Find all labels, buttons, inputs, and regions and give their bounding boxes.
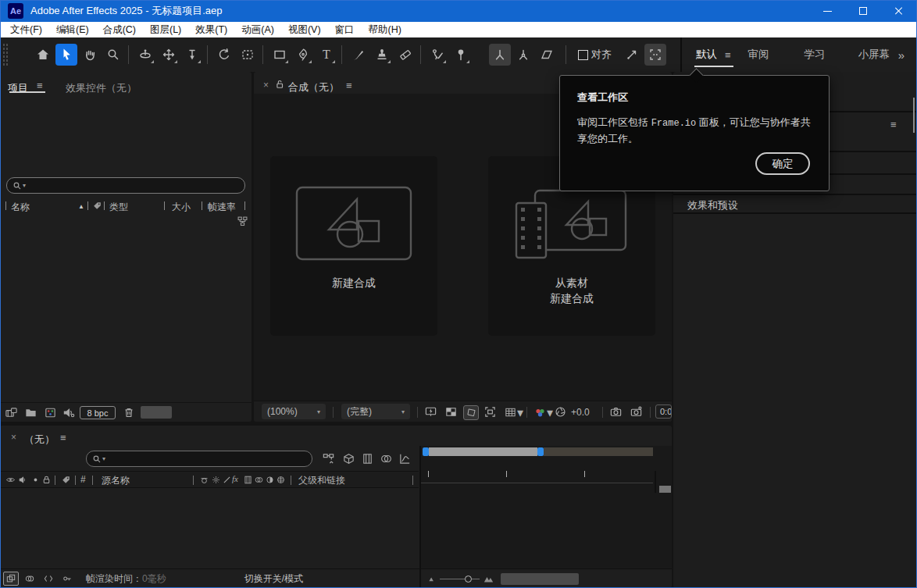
comp-tab-label[interactable]: 合成（无）	[288, 80, 339, 94]
column-header-name[interactable]: 名称	[11, 201, 30, 214]
column-header-parent-link[interactable]: 父级和链接	[298, 474, 345, 487]
sort-ascending-icon[interactable]: ▲	[78, 203, 84, 210]
project-flowchart-icon[interactable]	[237, 216, 248, 227]
magnification-dropdown[interactable]: (100%)▾	[262, 404, 326, 419]
snap-checkbox[interactable]	[578, 50, 588, 60]
timeline-panel-menu-icon[interactable]: ≡	[60, 432, 66, 444]
clone-stamp-tool[interactable]	[371, 44, 393, 66]
timeline-tab-label[interactable]: （无）	[24, 433, 55, 447]
mini-flowchart-icon[interactable]	[322, 452, 335, 465]
tag-icon[interactable]	[92, 201, 102, 211]
right-panel-scrollbar[interactable]	[913, 98, 915, 133]
interpret-footage-icon[interactable]	[5, 406, 18, 419]
exposure-icon[interactable]	[554, 405, 567, 419]
mask-visibility-icon[interactable]	[463, 405, 479, 420]
comp-tab-close-icon[interactable]: ×	[263, 80, 269, 91]
comp-panel-menu-icon[interactable]: ≡	[346, 80, 352, 91]
frame-blend-icon[interactable]	[361, 452, 374, 465]
view-axis-mode[interactable]	[536, 44, 558, 66]
timeline-track-area[interactable]	[421, 493, 672, 568]
workspace-overflow-button[interactable]: »	[898, 48, 903, 62]
hand-tool[interactable]	[79, 44, 101, 66]
motion-blur-icon[interactable]	[254, 475, 264, 485]
work-area-inactive-track[interactable]	[544, 447, 653, 456]
search-options-caret-icon[interactable]: ▾	[102, 455, 105, 462]
lock-icon[interactable]	[274, 79, 285, 90]
eye-icon[interactable]	[5, 475, 16, 485]
quality-icon[interactable]	[222, 475, 232, 485]
world-axis-mode[interactable]	[512, 44, 534, 66]
tooltip-ok-button[interactable]: 确定	[755, 152, 810, 175]
new-composition-icon[interactable]	[44, 406, 57, 419]
channel-rgb-icon[interactable]: ▾	[533, 405, 553, 420]
project-scrollbar-thumb[interactable]	[141, 406, 172, 419]
rotate-tool[interactable]	[213, 44, 235, 66]
dolly-camera-tool[interactable]	[181, 44, 203, 66]
layer-switches-pane-toggle[interactable]	[3, 572, 19, 586]
bit-depth-button[interactable]: 8 bpc	[80, 406, 116, 419]
zoom-tool[interactable]	[102, 44, 124, 66]
menu-item-0[interactable]: 文件(F)	[3, 22, 49, 37]
speaker-icon[interactable]	[18, 475, 28, 485]
toolbar-grip[interactable]	[2, 43, 9, 66]
workspace-tab-default[interactable]: 默认 ≡	[696, 37, 731, 72]
new-folder-icon[interactable]	[24, 406, 37, 419]
region-of-interest-icon[interactable]	[483, 405, 497, 419]
shared-view-button[interactable]	[621, 44, 643, 66]
workspace-tab-review[interactable]: 审阅	[748, 37, 769, 72]
fast-preview-icon[interactable]	[424, 405, 437, 419]
solo-icon[interactable]	[30, 475, 41, 485]
toggle-switches-modes-button[interactable]: 切换开关/模式	[244, 572, 303, 586]
column-header-index[interactable]: #	[80, 474, 86, 485]
menu-item-5[interactable]: 动画(A)	[234, 22, 281, 37]
roto-brush-tool[interactable]	[426, 44, 448, 66]
trash-icon[interactable]	[123, 406, 135, 419]
timeline-tab-close-icon[interactable]: ×	[11, 432, 16, 443]
timeline-h-scrollbar-thumb[interactable]	[501, 573, 579, 585]
rectangle-tool[interactable]	[269, 44, 291, 66]
menu-item-7[interactable]: 窗口	[328, 22, 362, 37]
collapse-icon[interactable]	[211, 475, 221, 485]
render-time-pane-toggle[interactable]	[59, 572, 75, 586]
column-header-size[interactable]: 大小	[172, 201, 191, 214]
close-button[interactable]	[881, 0, 917, 22]
grid-guides-icon[interactable]: ▾	[504, 405, 523, 420]
brush-tool[interactable]	[348, 44, 369, 66]
home-button[interactable]	[32, 44, 54, 66]
tab-project[interactable]: 项目	[8, 80, 28, 95]
3d-layer-icon[interactable]	[276, 475, 286, 485]
work-area-end-handle[interactable]	[537, 447, 544, 456]
project-search-box[interactable]: ▾	[6, 177, 245, 194]
graph-editor-icon[interactable]	[398, 452, 412, 465]
resolution-dropdown[interactable]: (完整)▾	[341, 404, 410, 419]
tab-effect-controls[interactable]: 效果控件（无）	[66, 80, 137, 95]
project-search-input[interactable]	[34, 179, 237, 192]
tag-icon[interactable]	[61, 475, 71, 485]
menu-item-2[interactable]: 合成(C)	[96, 22, 143, 37]
right-panel-menu-icon[interactable]: ≡	[890, 119, 897, 130]
project-panel-menu-icon[interactable]: ≡	[37, 80, 43, 91]
timecode-display[interactable]: 0:0	[655, 404, 672, 419]
zoom-slider-track[interactable]	[440, 579, 465, 579]
lock-icon[interactable]	[41, 475, 52, 485]
snapshot-camera-icon[interactable]	[609, 405, 623, 419]
audio-power-icon[interactable]	[62, 406, 76, 419]
pan-camera-tool[interactable]	[158, 44, 180, 66]
motion-blur-icon[interactable]	[380, 452, 393, 465]
composition-profiler-button[interactable]	[644, 44, 666, 66]
pen-tool[interactable]	[292, 44, 314, 66]
work-area-active-track[interactable]	[429, 447, 537, 456]
menu-item-6[interactable]: 视图(V)	[281, 22, 328, 37]
timeline-search-input[interactable]	[113, 452, 305, 465]
search-options-caret-icon[interactable]: ▾	[23, 182, 26, 189]
text-tool[interactable]: T	[316, 44, 337, 66]
in-out-duration-pane-toggle[interactable]	[41, 572, 56, 586]
frame-blend-icon[interactable]	[243, 475, 253, 485]
draft-3d-icon[interactable]	[342, 452, 355, 465]
column-header-source-name[interactable]: 源名称	[102, 474, 130, 487]
selection-tool[interactable]	[55, 44, 77, 66]
workspace-tab-small-screen[interactable]: 小屏幕	[858, 37, 890, 72]
camera-tool[interactable]	[237, 44, 259, 66]
shy-icon[interactable]	[199, 475, 209, 485]
effects-presets-tab[interactable]: 效果和预设	[687, 198, 738, 212]
